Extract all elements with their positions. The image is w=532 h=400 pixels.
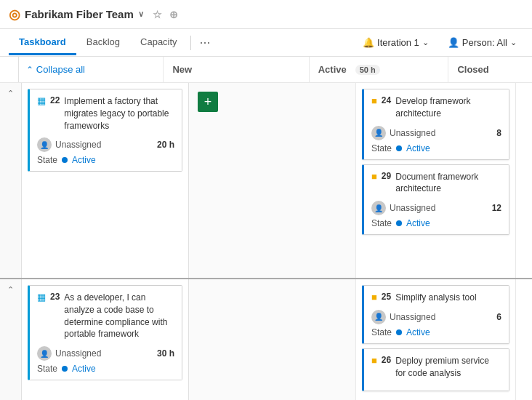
story-23-assignee: Unassigned — [55, 348, 101, 359]
team-icon: ◎ — [9, 7, 20, 23]
col-closed-label: Closed — [457, 64, 488, 75]
row2-story-col: ▦ 23 As a developer, I can analyze a cod… — [22, 279, 189, 400]
story-23-state-label-static: State — [37, 364, 57, 374]
task-29-state-value: Active — [406, 218, 430, 228]
collapse-bar[interactable]: ⌃ Collapse all — [19, 57, 164, 82]
row1-collapse-col[interactable]: ⌃ — [0, 83, 22, 278]
task-name-29: Document framework architecture — [395, 171, 501, 196]
story-23-assignee-container: 👤 Unassigned — [37, 346, 101, 361]
person-icon: 👤 — [448, 37, 459, 48]
nav-left: Taskboard Backlog Capacity ··· — [9, 31, 217, 55]
row2-closed-col — [516, 279, 532, 400]
task-25-state-dot — [396, 329, 402, 335]
row2-collapse-icon[interactable]: ⌃ — [7, 285, 14, 295]
nav-capacity[interactable]: Capacity — [130, 31, 188, 55]
story-23-hours: 30 h — [157, 348, 174, 359]
task-29-assignee: Unassigned — [390, 203, 435, 213]
col-new-label: New — [172, 64, 192, 75]
task-name-25: Simplify analysis tool — [395, 292, 476, 304]
row1-active-col: ■ 24 Develop framework architecture 👤 Un… — [356, 83, 516, 278]
task-29-assignee-container: 👤 Unassigned — [371, 201, 435, 215]
story-22-avatar: 👤 — [37, 137, 52, 152]
task-25-hours: 6 — [496, 312, 501, 322]
team-chevron-icon[interactable]: ∨ — [138, 9, 144, 19]
iteration-label: Iteration 1 — [377, 37, 419, 48]
row1-story-col: ▦ 22 Implement a factory that migrates l… — [22, 83, 189, 278]
collapse-arrow-icon: ⌃ — [26, 65, 33, 75]
task-name-26: Deploy premium service for code analysis — [395, 355, 501, 380]
story-icon-23: ▦ — [37, 292, 46, 303]
story-23-state-dot — [62, 366, 68, 372]
nav-backlog[interactable]: Backlog — [76, 31, 130, 55]
story-22-hours: 20 h — [157, 140, 174, 150]
person-label: Person: All — [462, 37, 507, 48]
task-card-24[interactable]: ■ 24 Develop framework architecture 👤 Un… — [362, 89, 509, 160]
bell-icon: 🔔 — [363, 37, 374, 48]
story-id-22: 22 — [50, 95, 60, 105]
board-content: ⌃ Collapse all New Active 50 h Closed ⌃ — [0, 57, 532, 400]
story-name-23: As a developer, I can analyze a code bas… — [64, 292, 174, 340]
task-id-29: 29 — [382, 171, 391, 181]
iteration-selector[interactable]: 🔔 Iteration 1 ⌄ — [356, 33, 435, 52]
col-header-active: Active 50 h — [310, 57, 449, 82]
story-22-state-dot — [62, 157, 68, 163]
story-card-22[interactable]: ▦ 22 Implement a factory that migrates l… — [28, 89, 182, 172]
task-name-24: Develop framework architecture — [395, 95, 501, 120]
team-name-label: Fabrikam Fiber Team — [25, 8, 134, 20]
nav-more-button[interactable]: ··· — [194, 35, 217, 50]
task-24-state-value: Active — [406, 143, 430, 153]
col-active-badge: 50 h — [355, 65, 380, 75]
task-25-state-static: State — [371, 327, 392, 337]
person-chevron-icon: ⌄ — [510, 38, 517, 47]
task-card-25[interactable]: ■ 25 Simplify analysis tool 👤 Unassigned… — [362, 285, 509, 344]
row2-active-col: ■ 25 Simplify analysis tool 👤 Unassigned… — [356, 279, 516, 400]
task-29-state-dot — [396, 220, 402, 226]
task-24-assignee-container: 👤 Unassigned — [371, 126, 435, 140]
story-22-assignee: Unassigned — [55, 140, 101, 150]
col-header-new: New — [164, 57, 309, 82]
task-29-hours: 12 — [492, 203, 501, 213]
row1-collapse-icon[interactable]: ⌃ — [7, 89, 14, 98]
task-24-avatar: 👤 — [371, 126, 386, 140]
iteration-chevron-icon: ⌄ — [422, 38, 429, 47]
task-24-state-dot — [396, 145, 402, 151]
story-name-22: Implement a factory that migrates legacy… — [64, 95, 174, 132]
team-name-container[interactable]: ◎ Fabrikam Fiber Team ∨ ☆ ⊕ — [9, 7, 178, 23]
add-task-button-row1[interactable]: + — [198, 92, 218, 112]
task-24-assignee: Unassigned — [390, 128, 435, 138]
task-icon-24: ■ — [371, 95, 377, 106]
story-card-23[interactable]: ▦ 23 As a developer, I can analyze a cod… — [28, 285, 182, 380]
row1-new-col: + — [189, 83, 356, 278]
person-selector[interactable]: 👤 Person: All ⌄ — [441, 33, 523, 52]
task-29-state-static: State — [371, 218, 392, 228]
row1-closed-col — [516, 83, 532, 278]
story-23-avatar: 👤 — [37, 346, 52, 361]
nav-taskboard[interactable]: Taskboard — [9, 31, 76, 55]
row2-collapse-col[interactable]: ⌃ — [0, 279, 22, 400]
task-id-24: 24 — [382, 95, 391, 105]
story-22-assignee-container: 👤 Unassigned — [37, 137, 101, 152]
task-icon-25: ■ — [371, 292, 377, 303]
top-header: ◎ Fabrikam Fiber Team ∨ ☆ ⊕ — [0, 0, 532, 29]
star-icon[interactable]: ☆ — [153, 9, 162, 20]
task-25-assignee-container: 👤 Unassigned — [371, 310, 435, 324]
story-22-state-label-static: State — [37, 155, 57, 165]
row2-new-col — [189, 279, 356, 400]
task-icon-26: ■ — [371, 355, 377, 366]
nav-right: 🔔 Iteration 1 ⌄ 👤 Person: All ⌄ — [356, 33, 523, 52]
nav-separator — [190, 36, 191, 50]
col-header-closed: Closed — [448, 57, 532, 82]
task-icon-29: ■ — [371, 171, 377, 182]
task-25-assignee: Unassigned — [390, 312, 435, 322]
story-id-23: 23 — [50, 292, 60, 302]
nav-bar: Taskboard Backlog Capacity ··· 🔔 Iterati… — [0, 29, 532, 57]
task-card-29[interactable]: ■ 29 Document framework architecture 👤 U… — [362, 164, 509, 236]
col-active-label: Active — [318, 64, 347, 75]
task-24-state-static: State — [371, 143, 392, 153]
people-icon[interactable]: ⊕ — [169, 9, 178, 20]
task-id-25: 25 — [382, 292, 391, 302]
story-23-state-value: Active — [72, 364, 96, 374]
task-card-26[interactable]: ■ 26 Deploy premium service for code ana… — [362, 348, 509, 392]
collapse-label: Collapse all — [36, 64, 85, 75]
task-id-26: 26 — [382, 355, 391, 365]
